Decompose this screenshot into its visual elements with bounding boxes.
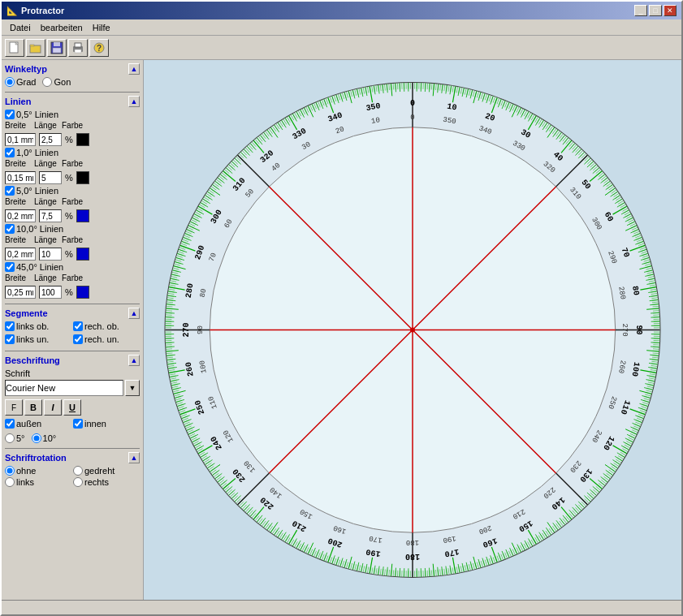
10deg-radio[interactable] [32, 433, 41, 443]
line-05-laenge[interactable] [39, 133, 62, 146]
5deg-radio[interactable] [5, 433, 15, 443]
minimize-button[interactable]: _ [634, 5, 647, 16]
gon-radio[interactable] [42, 77, 52, 87]
10deg-option[interactable]: 10° [32, 433, 57, 443]
seg-links-un[interactable]: links un. [5, 334, 71, 344]
breite-label-2: Breite [5, 159, 29, 168]
line-10-color[interactable] [76, 171, 89, 184]
format-buttons: F B I U [5, 399, 140, 416]
aussen-option[interactable]: außen [5, 419, 71, 429]
beschriftung-section: Beschriftung ▲ Schrift Courier New ▼ F B… [5, 355, 140, 443]
line-50-color[interactable] [76, 209, 89, 222]
menu-hilfe[interactable]: Hilfe [88, 22, 115, 33]
line-10-checkbox[interactable] [5, 148, 15, 157]
linien-collapse[interactable]: ▲ [128, 96, 140, 107]
line-50-laenge[interactable] [39, 209, 62, 222]
grad-radio[interactable] [5, 77, 15, 87]
save-button[interactable] [47, 39, 67, 57]
breite-label-5: Breite [5, 274, 29, 282]
line-50-props: % [5, 209, 140, 222]
line-100-percent: % [65, 249, 73, 259]
menu-datei[interactable]: Datei [5, 22, 36, 33]
italic-btn[interactable]: I [44, 399, 62, 416]
seg-rech-un[interactable]: rech. un. [73, 334, 140, 344]
line-05-props: % [5, 133, 140, 146]
print-button[interactable] [68, 39, 88, 57]
font-dropdown-btn[interactable]: ▼ [125, 380, 140, 396]
font-size-btn[interactable]: F [5, 399, 23, 416]
line-05-color[interactable] [76, 133, 89, 146]
line-50-breite[interactable] [5, 209, 36, 222]
seg-rech-ob-cb[interactable] [73, 321, 83, 331]
seg-links-un-cb[interactable] [5, 334, 15, 344]
links-option[interactable]: links [5, 477, 71, 487]
svg-text:?: ? [97, 44, 102, 53]
innen-option[interactable]: innen [73, 419, 140, 429]
segmente-header: Segmente ▲ [5, 308, 140, 319]
new-button[interactable] [5, 39, 24, 57]
help-button[interactable]: ? [89, 39, 109, 57]
underline-btn[interactable]: U [63, 399, 81, 416]
seg-links-ob[interactable]: links ob. [5, 321, 71, 331]
line-50-percent: % [65, 211, 73, 221]
ohne-option[interactable]: ohne [5, 466, 71, 476]
rechts-option[interactable]: rechts [73, 477, 140, 487]
gon-option[interactable]: Gon [42, 77, 71, 87]
segmente-grid: links ob. rech. ob. links un. rech. un. [5, 321, 140, 346]
5deg-option[interactable]: 5° [5, 433, 25, 443]
status-bar [2, 600, 681, 614]
seg-rech-ob[interactable]: rech. ob. [73, 321, 140, 331]
breite-label-4: Breite [5, 235, 29, 244]
line-450-laenge[interactable] [39, 286, 62, 299]
app-title: Protractor [21, 6, 64, 15]
laenge-label-5: Länge [34, 274, 60, 282]
protractor-canvas [144, 60, 681, 600]
line-50-checkbox-row: 5,0° Linien [5, 186, 140, 196]
rechts-radio[interactable] [73, 477, 83, 487]
laenge-label-2: Länge [34, 159, 60, 168]
line-100-color[interactable] [76, 248, 89, 261]
innen-cb[interactable] [73, 419, 83, 429]
close-button[interactable]: ✕ [664, 5, 677, 16]
line-10-laenge[interactable] [39, 171, 62, 184]
line-450-color[interactable] [76, 286, 89, 299]
line-450-checkbox[interactable] [5, 262, 15, 272]
farbe-label-3: Farbe [62, 197, 83, 206]
line-10-breite[interactable] [5, 171, 36, 184]
line-50-checkbox[interactable] [5, 186, 15, 196]
schriftrotation-options: ohne gedreht links rechts [5, 466, 140, 487]
open-button[interactable] [26, 39, 45, 57]
farbe-label-2: Farbe [62, 159, 83, 168]
line-05-breite[interactable] [5, 133, 36, 146]
schriftrotation-collapse[interactable]: ▲ [128, 452, 140, 463]
seg-links-ob-cb[interactable] [5, 321, 15, 331]
bold-btn[interactable]: B [24, 399, 42, 416]
line-450-checkbox-row: 45,0° Linien [5, 262, 140, 272]
gedreht-radio[interactable] [73, 466, 83, 476]
gedreht-option[interactable]: gedreht [73, 466, 140, 476]
laenge-label-1: Länge [34, 121, 60, 130]
seg-rech-un-cb[interactable] [73, 334, 83, 344]
winkeltyp-collapse[interactable]: ▲ [128, 63, 140, 75]
line-05-checkbox[interactable] [5, 110, 15, 119]
ohne-radio[interactable] [5, 466, 15, 476]
links-radio[interactable] [5, 477, 15, 487]
line-100-breite[interactable] [5, 248, 36, 261]
maximize-button[interactable]: □ [649, 5, 662, 16]
schrift-label: Schrift [5, 368, 140, 378]
schriftrotation-header: Schriftrotation ▲ [5, 452, 140, 463]
grad-option[interactable]: Grad [5, 77, 36, 87]
line-100-checkbox[interactable] [5, 224, 15, 234]
aussen-cb[interactable] [5, 419, 15, 429]
svg-rect-9 [75, 50, 81, 53]
font-input[interactable]: Courier New [5, 380, 123, 396]
line-450-breite[interactable] [5, 286, 36, 299]
linien-section: Linien ▲ 0,5° Linien Breite Länge Farbe … [5, 96, 140, 299]
line-100-laenge[interactable] [39, 248, 62, 261]
menu-bearbeiten[interactable]: bearbeiten [36, 22, 88, 33]
line-10-checkbox-row: 1,0° Linien [5, 148, 140, 157]
segmente-collapse[interactable]: ▲ [128, 308, 140, 319]
line-05-percent: % [65, 135, 73, 144]
line-05-checkbox-row: 0,5° Linien [5, 110, 140, 119]
beschriftung-collapse[interactable]: ▲ [128, 355, 140, 366]
